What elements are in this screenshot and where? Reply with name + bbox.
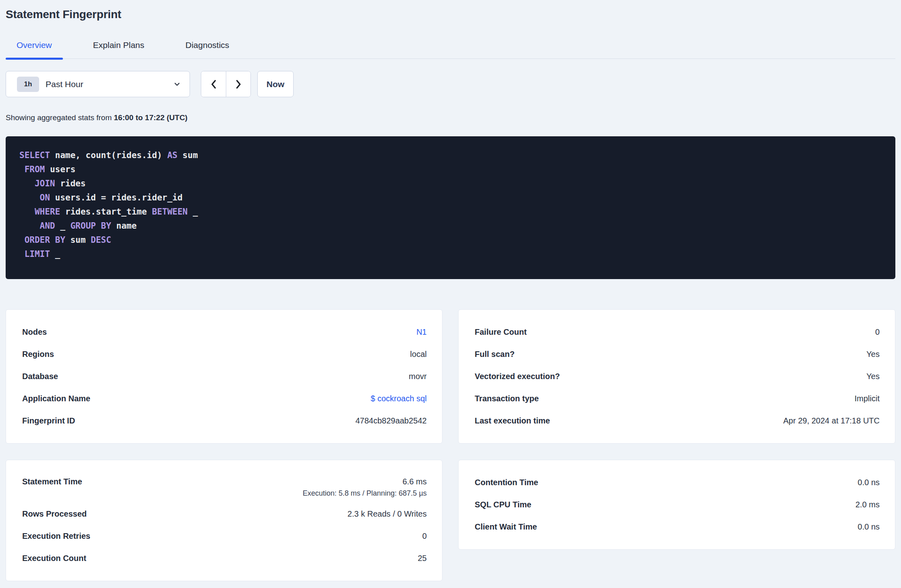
stat-value-group: 0.0 ns [858, 522, 880, 532]
stat-subvalue: Execution: 5.8 ms / Planning: 687.5 µs [302, 489, 427, 498]
stat-label: Execution Count [22, 554, 86, 563]
stat-value: 25 [418, 554, 427, 563]
stat-value: Yes [866, 350, 880, 359]
summary-cards: NodesN1RegionslocalDatabasemovrApplicati… [6, 309, 895, 581]
stat-row: Full scan?Yes [475, 343, 880, 365]
tab-bar: Overview Explain Plans Diagnostics [6, 35, 895, 59]
tab-explain-plans[interactable]: Explain Plans [82, 35, 155, 58]
stat-label: Last execution time [475, 416, 550, 425]
stat-value-group: Apr 29, 2024 at 17:18 UTC [783, 416, 880, 425]
stat-value: 0 [875, 327, 880, 337]
stat-value-group: 4784cb829aab2542 [355, 416, 427, 425]
sql-line: SELECT name, count(rides.id) AS sum [19, 148, 882, 163]
stat-value: local [410, 350, 427, 359]
stat-label: Client Wait Time [475, 522, 537, 532]
time-range-label: Past Hour [46, 79, 173, 89]
chevron-right-icon [234, 79, 243, 90]
stat-row: Contention Time0.0 ns [475, 471, 880, 494]
execution-attributes-card: Failure Count0Full scan?YesVectorized ex… [458, 309, 895, 444]
stat-row: Rows Processed2.3 k Reads / 0 Writes [22, 503, 427, 525]
stat-row: Client Wait Time0.0 ns [475, 516, 880, 538]
stat-label: Failure Count [475, 327, 527, 337]
stat-row: Application Name$ cockroach sql [22, 388, 427, 410]
stat-value-group: 2.0 ms [855, 500, 880, 509]
stat-value: 0 [422, 532, 427, 541]
aggregated-stats-range: 16:00 to 17:22 (UTC) [114, 113, 188, 122]
stat-row: Execution Retries0 [22, 525, 427, 547]
sql-line: JOIN rides [19, 177, 882, 191]
sql-line: WHERE rides.start_time BETWEEN _ [19, 205, 882, 219]
stat-label: Database [22, 372, 58, 381]
statement-details-card: NodesN1RegionslocalDatabasemovrApplicati… [6, 309, 442, 444]
sql-line: AND _ GROUP BY name [19, 219, 882, 233]
aggregated-stats-line: Showing aggregated stats from 16:00 to 1… [6, 113, 895, 122]
chevron-down-icon [173, 81, 181, 88]
wait-time-card: Contention Time0.0 nsSQL CPU Time2.0 msC… [458, 460, 895, 550]
stat-value-group: 0.0 ns [858, 478, 880, 487]
stat-label: Nodes [22, 327, 47, 337]
stat-value-group: $ cockroach sql [371, 394, 427, 403]
stat-value-group: local [410, 350, 427, 359]
stat-value: Implicit [855, 394, 880, 403]
stat-value: Apr 29, 2024 at 17:18 UTC [783, 416, 880, 425]
statement-timing-card: Statement Time6.6 msExecution: 5.8 ms / … [6, 460, 442, 581]
stat-row: Fingerprint ID4784cb829aab2542 [22, 410, 427, 432]
time-controls: 1h Past Hour [6, 71, 895, 97]
stat-value-group: 0 [422, 532, 427, 541]
chevron-left-icon [209, 79, 218, 90]
stat-value-group: Yes [866, 350, 880, 359]
tab-overview[interactable]: Overview [6, 35, 63, 58]
stat-row: Failure Count0 [475, 321, 880, 343]
sql-statement-box: SELECT name, count(rides.id) AS sum FROM… [6, 136, 895, 279]
stat-value-group: 6.6 msExecution: 5.8 ms / Planning: 687.… [302, 477, 427, 498]
next-time-button[interactable] [226, 71, 250, 97]
stat-row: SQL CPU Time2.0 ms [475, 494, 880, 516]
stat-label: Rows Processed [22, 509, 87, 519]
stat-row: Statement Time6.6 msExecution: 5.8 ms / … [22, 471, 427, 503]
stat-row: Transaction typeImplicit [475, 388, 880, 410]
tab-diagnostics[interactable]: Diagnostics [175, 35, 240, 58]
time-range-badge: 1h [17, 77, 39, 92]
stat-value-group: Implicit [855, 394, 880, 403]
sql-line: LIMIT _ [19, 247, 882, 261]
stat-row: Databasemovr [22, 365, 427, 388]
stat-value: Yes [866, 372, 880, 381]
stat-row: Execution Count25 [22, 547, 427, 569]
stat-value-group: movr [409, 372, 427, 381]
previous-time-button[interactable] [201, 71, 226, 97]
stat-row: Last execution timeApr 29, 2024 at 17:18… [475, 410, 880, 432]
stat-value-link[interactable]: $ cockroach sql [371, 394, 427, 403]
stat-label: Fingerprint ID [22, 416, 75, 425]
stat-value: 4784cb829aab2542 [355, 416, 427, 425]
aggregated-stats-prefix: Showing aggregated stats from [6, 113, 114, 122]
time-pager [201, 71, 251, 97]
stat-value: movr [409, 372, 427, 381]
sql-code: SELECT name, count(rides.id) AS sum FROM… [19, 148, 882, 261]
stat-row: NodesN1 [22, 321, 427, 343]
stat-value: 6.6 ms [302, 477, 427, 486]
stat-value-group: 0 [875, 327, 880, 337]
statement-fingerprint-page: Statement Fingerprint Overview Explain P… [0, 0, 901, 581]
stat-value: 0.0 ns [858, 478, 880, 487]
stat-label: Execution Retries [22, 532, 90, 541]
now-button[interactable]: Now [257, 71, 294, 97]
sql-line: FROM users [19, 163, 882, 177]
stat-label: Full scan? [475, 350, 515, 359]
stat-value-group: 2.3 k Reads / 0 Writes [348, 509, 427, 519]
stat-row: Regionslocal [22, 343, 427, 365]
sql-line: ORDER BY sum DESC [19, 233, 882, 247]
page-title: Statement Fingerprint [6, 8, 895, 21]
stat-label: Statement Time [22, 477, 82, 486]
stat-label: Vectorized execution? [475, 372, 560, 381]
stat-value: 0.0 ns [858, 522, 880, 532]
stat-value: 2.0 ms [855, 500, 880, 509]
stat-label: Application Name [22, 394, 90, 403]
stat-value-group: 25 [418, 554, 427, 563]
stat-value-group: Yes [866, 372, 880, 381]
stat-value-link[interactable]: N1 [416, 327, 427, 336]
time-range-dropdown[interactable]: 1h Past Hour [6, 71, 190, 97]
stat-label: SQL CPU Time [475, 500, 531, 509]
stat-row: Vectorized execution?Yes [475, 365, 880, 388]
stat-label: Regions [22, 350, 54, 359]
stat-label: Contention Time [475, 478, 538, 487]
